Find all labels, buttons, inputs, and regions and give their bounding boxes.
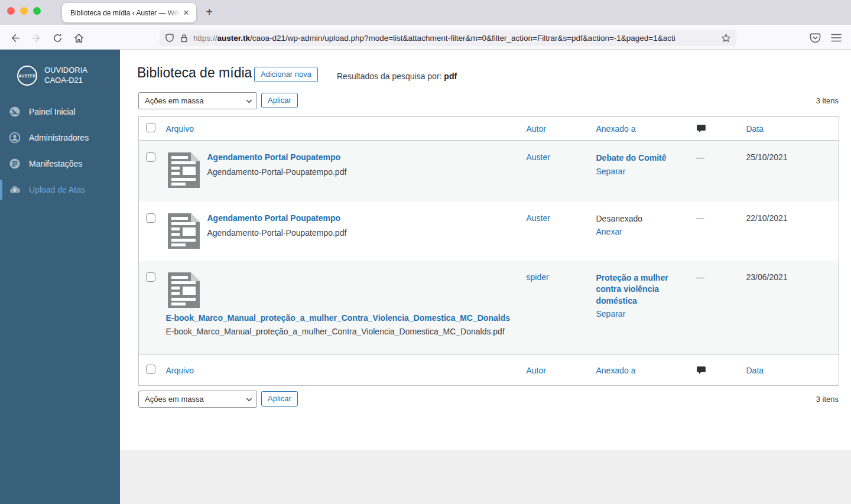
- add-new-button[interactable]: Adicionar nova: [254, 67, 318, 82]
- apply-button[interactable]: Aplicar: [261, 391, 298, 407]
- media-library-content: Biblioteca de mídia Adicionar nova Resul…: [120, 50, 851, 450]
- file-name: Agendamento-Portal-Poupatempo.pdf: [207, 228, 347, 238]
- url-bar[interactable]: https://auster.tk/caoa-d21/wp-admin/uplo…: [160, 30, 736, 46]
- column-header-attached-to[interactable]: Anexado a: [596, 366, 636, 375]
- table-row: Agendamento Portal PoupatempoAgendamento…: [139, 141, 839, 201]
- select-all-checkbox[interactable]: [146, 365, 155, 374]
- date-value: 25/10/2021: [746, 152, 788, 162]
- browser-tab-bar: Biblioteca de mídia ‹ Auster — Word ✕ +: [0, 0, 851, 25]
- sidebar-item-upload-de-atas[interactable]: Upload de Atas: [0, 177, 120, 203]
- date-value: 23/06/2021: [746, 272, 788, 282]
- bulk-actions-select[interactable]: Ações em massa: [138, 391, 257, 408]
- attached-action-link[interactable]: Anexar: [596, 227, 622, 236]
- sidebar-item-label: Upload de Atas: [29, 185, 85, 194]
- apply-button[interactable]: Aplicar: [261, 93, 298, 108]
- attached-to-title[interactable]: Proteção a mulher contra violência domés…: [596, 272, 684, 307]
- file-title-link[interactable]: E-book_Marco_Manual_proteção_a_mulher_Co…: [166, 313, 510, 323]
- row-checkbox[interactable]: [146, 152, 155, 162]
- media-table-body: Agendamento Portal PoupatempoAgendamento…: [139, 141, 839, 355]
- column-header-date[interactable]: Data: [746, 366, 764, 375]
- comments-value: —: [696, 272, 704, 282]
- page-title: Biblioteca de mídia: [137, 65, 252, 81]
- dashboard-icon: [9, 106, 21, 118]
- pocket-icon[interactable]: [807, 30, 823, 45]
- menu-hamburger-icon[interactable]: [829, 30, 844, 45]
- comments-icon: [9, 158, 21, 170]
- browser-toolbar: https://auster.tk/caoa-d21/wp-admin/uplo…: [0, 25, 851, 50]
- column-header-date[interactable]: Data: [746, 124, 764, 134]
- minimize-window-button[interactable]: [20, 7, 28, 15]
- comment-bubble-icon: [696, 366, 735, 375]
- sidebar-item-painel-inicial[interactable]: Painel Inicial: [0, 99, 120, 125]
- search-results-label: Resultados da pesquisa por:: [337, 71, 441, 81]
- tracking-shield-icon[interactable]: [165, 33, 174, 43]
- table-header: Arquivo Autor Anexado a Data: [139, 117, 839, 141]
- document-icon: [168, 213, 200, 249]
- bookmark-star-icon[interactable]: [721, 33, 731, 43]
- auster-logo: AUSTER: [17, 66, 37, 86]
- browser-tab[interactable]: Biblioteca de mídia ‹ Auster — Word ✕: [62, 3, 196, 22]
- main-area: Biblioteca de mídia Adicionar nova Resul…: [120, 50, 851, 504]
- back-icon[interactable]: [7, 30, 22, 45]
- sidebar-item-label: Painel Inicial: [29, 107, 76, 116]
- url-text[interactable]: https://auster.tk/caoa-d21/wp-admin/uplo…: [193, 34, 721, 43]
- column-header-author[interactable]: Autor: [527, 366, 546, 375]
- brand: AUSTER OUVIDORIA CAOA-D21: [0, 50, 120, 86]
- forward-icon[interactable]: [28, 30, 44, 45]
- select-all-checkbox[interactable]: [146, 123, 155, 132]
- items-count: 3 itens: [816, 96, 839, 105]
- items-count: 3 itens: [816, 395, 839, 404]
- bulk-actions-label: Ações em massa: [145, 96, 204, 105]
- attached-action-link[interactable]: Separar: [596, 167, 626, 176]
- file-name: E-book_Marco_Manual_proteção_a_mulher_Co…: [166, 327, 515, 336]
- tab-close-icon[interactable]: ✕: [181, 8, 191, 18]
- file-title-link[interactable]: Agendamento Portal Poupatempo: [207, 213, 341, 223]
- new-tab-button[interactable]: +: [202, 5, 217, 20]
- table-footer: Arquivo Autor Anexado a Data: [139, 355, 839, 386]
- brand-text: OUVIDORIA CAOA-D21: [44, 66, 87, 86]
- close-window-button[interactable]: [7, 7, 15, 15]
- sidebar-item-label: Manifestações: [29, 159, 82, 168]
- column-header-author[interactable]: Autor: [527, 124, 546, 134]
- reload-icon[interactable]: [50, 30, 65, 45]
- url-path: /caoa-d21/wp-admin/upload.php?mode=list&…: [250, 34, 675, 43]
- tab-title: Biblioteca de mídia ‹ Auster — Word: [70, 9, 181, 17]
- lock-icon[interactable]: [180, 34, 188, 43]
- search-term: pdf: [444, 71, 457, 81]
- sidebar-item-administradores[interactable]: Administradores: [0, 125, 120, 151]
- upload-icon: [9, 184, 21, 196]
- file-name: Agendamento-Portal-Poupatempo.pdf: [207, 167, 347, 177]
- column-header-file[interactable]: Arquivo: [166, 366, 194, 375]
- attached-to-title: Desanexado: [596, 213, 684, 225]
- table-row: Agendamento Portal PoupatempoAgendamento…: [139, 201, 839, 261]
- chevron-down-icon: [246, 396, 252, 403]
- comments-value: —: [696, 152, 704, 162]
- admin-sidebar: AUSTER OUVIDORIA CAOA-D21 Painel Inicial…: [0, 50, 120, 504]
- date-value: 22/10/2021: [746, 213, 788, 223]
- attached-to-title[interactable]: Debate do Comitê: [596, 152, 684, 164]
- media-table: Arquivo Autor Anexado a Data Agendamento…: [138, 116, 839, 386]
- document-icon: [168, 272, 515, 308]
- row-checkbox[interactable]: [146, 213, 155, 223]
- sidebar-menu: Painel InicialAdministradoresManifestaçõ…: [0, 99, 120, 203]
- row-checkbox[interactable]: [146, 272, 155, 282]
- table-row: E-book_Marco_Manual_proteção_a_mulher_Co…: [139, 261, 839, 355]
- sidebar-item-manifestacoes[interactable]: Manifestações: [0, 151, 120, 177]
- bulk-actions-label: Ações em massa: [145, 395, 204, 404]
- zoom-window-button[interactable]: [33, 7, 41, 15]
- author-link[interactable]: Auster: [527, 213, 550, 223]
- author-link[interactable]: spider: [527, 272, 549, 282]
- brand-line1: OUVIDORIA: [44, 66, 87, 74]
- file-title-link[interactable]: Agendamento Portal Poupatempo: [207, 152, 341, 162]
- author-link[interactable]: Auster: [527, 152, 550, 162]
- sidebar-item-label: Administradores: [29, 133, 89, 142]
- brand-line2: CAOA-D21: [44, 76, 83, 84]
- url-domain: auster.tk: [217, 34, 251, 43]
- search-results-text: Resultados da pesquisa por: pdf: [337, 71, 457, 81]
- column-header-attached-to[interactable]: Anexado a: [596, 124, 636, 134]
- document-icon: [168, 152, 200, 188]
- home-icon[interactable]: [71, 30, 86, 45]
- attached-action-link[interactable]: Separar: [596, 309, 626, 318]
- bulk-actions-select[interactable]: Ações em massa: [138, 92, 257, 109]
- column-header-file[interactable]: Arquivo: [166, 124, 194, 134]
